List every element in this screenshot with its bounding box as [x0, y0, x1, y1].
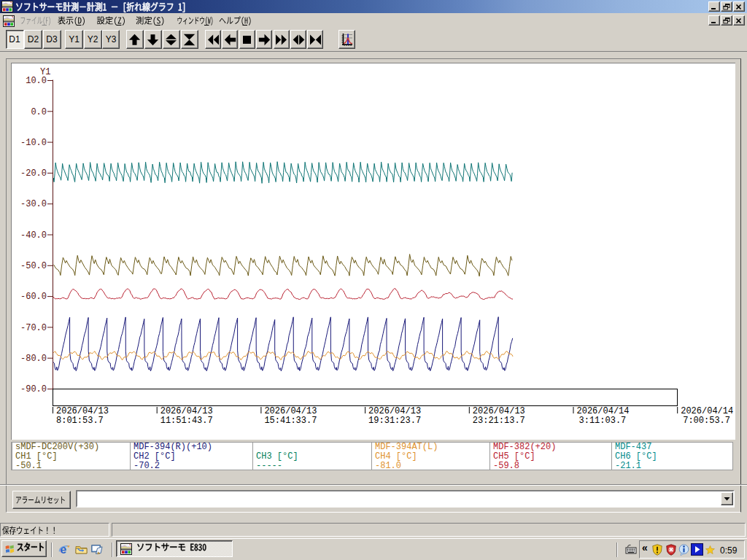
svg-text:0.0: 0.0 — [31, 107, 47, 117]
svg-text:-40.0: -40.0 — [20, 230, 47, 241]
svg-text:-80.0: -80.0 — [20, 354, 47, 364]
svg-text:7:00:53.7: 7:00:53.7 — [683, 416, 730, 426]
svg-text:2026/04/13: 2026/04/13 — [473, 406, 525, 416]
svg-text:3:11:03.7: 3:11:03.7 — [579, 416, 627, 426]
svg-text:-70.0: -70.0 — [20, 323, 47, 333]
svg-text:-50.0: -50.0 — [20, 261, 47, 271]
svg-text:-10.0: -10.0 — [20, 138, 47, 148]
svg-text:2026/04/13: 2026/04/13 — [160, 406, 213, 416]
svg-text:10.0: 10.0 — [26, 76, 47, 86]
svg-text:Y1: Y1 — [40, 67, 50, 77]
svg-text:19:31:23.7: 19:31:23.7 — [368, 416, 421, 426]
svg-text:2026/04/13: 2026/04/13 — [264, 406, 317, 416]
svg-text:2026/04/13: 2026/04/13 — [56, 406, 109, 416]
svg-text:15:41:33.7: 15:41:33.7 — [264, 416, 317, 426]
svg-text:8:01:53.7: 8:01:53.7 — [56, 416, 104, 426]
svg-text:-30.0: -30.0 — [20, 199, 47, 209]
svg-text:-60.0: -60.0 — [20, 292, 47, 302]
svg-text:23:21:13.7: 23:21:13.7 — [473, 416, 525, 426]
svg-text:11:51:43.7: 11:51:43.7 — [160, 416, 213, 426]
svg-text:2026/04/14: 2026/04/14 — [681, 406, 733, 416]
svg-text:-90.0: -90.0 — [20, 384, 47, 394]
svg-text:2026/04/14: 2026/04/14 — [577, 406, 630, 416]
svg-text:2026/04/13: 2026/04/13 — [368, 406, 421, 416]
svg-text:-20.0: -20.0 — [20, 168, 47, 179]
